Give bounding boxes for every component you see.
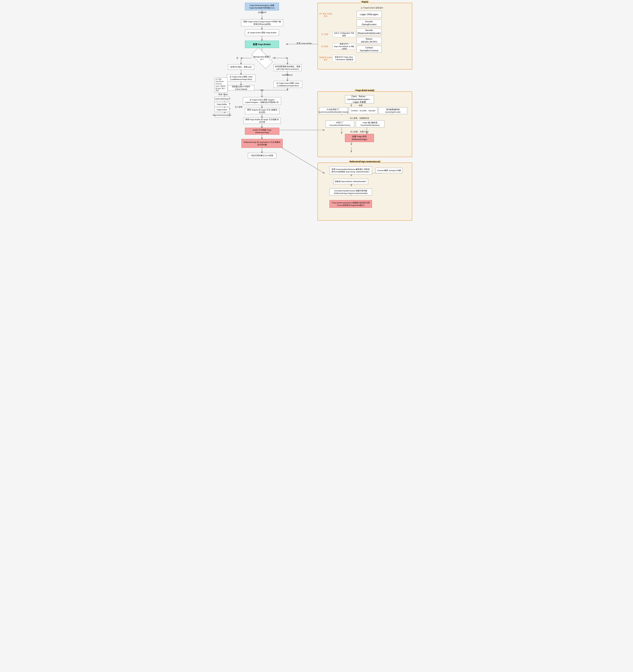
feign-level1-label: 第一配置 优先级最低 <box>319 13 333 17</box>
config-builder-box: 配置 Feign.Builder <box>245 41 279 48</box>
fetch-builder-box: 从 FeignContext 获取 Feign.Builder <box>245 29 279 36</box>
call-build-target-box: 调用 Feign.Builder 的 target 方法创建 动态代理 <box>243 118 281 124</box>
feign-panel: feign() 从 FeignContext 获取组件 Logger (Slf4… <box>317 3 412 69</box>
feign-context-small-box: FeignContext <box>214 107 229 112</box>
feign-contract-box: Contract (SpringMvcContract) <box>357 46 382 53</box>
ni-proxy-box: Proxy.newProxyInstance 创建接口的动态代理 (Proxy … <box>330 200 372 208</box>
feign-panel-title: feign() <box>360 0 369 3</box>
build-params-box: Client、Retryer、 List<RequestInterceptor>… <box>345 95 374 103</box>
feign-retryer-box: Retryer (NEVER_RETRY) <box>357 37 382 44</box>
build-feign-parser-box: Feign 接口解析器 ParseHandlersByName <box>356 120 384 127</box>
feign-level3-label: 第三配置 <box>319 45 331 48</box>
construct-target-label: 构造 Target <box>216 93 230 96</box>
build-create-label: 创建 <box>356 104 365 107</box>
build-create-feign-box: 创建 Feign 组件 (ReflectiveFeign) <box>345 134 374 142</box>
canvas: feign() 从 FeignContext 获取组件 Logger (Slf4… <box>214 0 419 224</box>
feign-encoder-box: Encoder (SpringEncoder) <box>357 20 382 26</box>
ni-convert-box: 转换成 Map<Method, MethodHandler> <box>333 179 368 184</box>
build-pass-params-label: 传入参数，创建解析器 <box>343 117 376 120</box>
build-pass-create-label: 传入参数，创建Feign <box>343 130 376 133</box>
feign-get-components-label: 从 FeignContext 获取组件 <box>357 6 388 9</box>
handle-url-box: 处理URL地址，拼接 path <box>228 64 254 70</box>
diamond-url-label: @FeignClient 配置了 url？ <box>252 53 272 63</box>
newinstance-panel: ReflectiveFeign.newInstance() 使用 ParseHa… <box>317 163 412 221</box>
pass-params-label: 传入参数 <box>235 106 243 109</box>
ni-contract-box: Contract 解析 springmvc注解 <box>375 168 403 173</box>
new-instance-box: ReflectiveFeign 的 newInstance 方法 构建动态代理对… <box>241 139 283 148</box>
build-query-encoder-box: 查询参数编码器 QueryMapEncoder <box>379 107 407 114</box>
load-balance-label: loadBalance <box>282 74 293 76</box>
feign-builder-small-box: Feign.Builder <box>214 102 229 106</box>
feign-context-box: 获取 FeignContext (FeignContext 中有每个服务独立的S… <box>241 19 283 26</box>
build-panel-title: Feign.Build build() <box>355 89 375 92</box>
get-http-box: 得到默认的HTTP组件 (Client.Default) <box>228 85 254 91</box>
ni-parse-box: 使用 ParseHandlersByName 解析接口 得到名称与方法的映射 M… <box>330 166 372 174</box>
newinstance-panel-title: ReflectiveFeign.newInstance() <box>348 160 381 163</box>
build-panel: Feign.Build build() Client、Retryer、 List… <box>317 91 412 157</box>
feign-level2-desc: 自定义 Configuration 中的配置 <box>333 32 356 37</box>
no-label: 否 <box>273 57 275 59</box>
factory-bean-small-box: FeignClientFactoryBean <box>214 113 229 117</box>
fetch-targeter-box: 从 FeignContext 获取 Targeter (HystrixTarge… <box>243 97 281 105</box>
feign-level4-desc: 配置文件中 feign.client. <clientName> 服务配置 <box>333 55 356 62</box>
build-proxy-factory-box: 代理工厂 InvocationHandlerFactory <box>325 120 354 127</box>
feign-logger-box: Logger (Slf4jLogger) <box>357 11 382 18</box>
fetch-client-url-box: 从 FeignContext 获取 Client (LoadBalancerFe… <box>227 74 255 81</box>
build-method-factory-box: 方法处理器工厂 SynchronousMethodHandler.Factory <box>319 107 348 114</box>
ni-invocation-box: InvocationHandlerFactory 创建代理对象 (Reflect… <box>330 189 372 195</box>
build-contract-encoder-box: Contract、Encoder、Decoder <box>349 107 378 114</box>
call-target-box: 调用 Targeter 的 target 方法 (创建动态代理) <box>245 108 279 114</box>
feign-level2-label: 第二配置 <box>319 33 331 35</box>
diamond-url-wrap: @FeignClient 配置了 url？ <box>252 53 272 63</box>
hard-coded-box: HardCodedTarget <box>214 97 229 101</box>
feign-level4-label: 第四配置 优先级最高 <box>319 56 332 61</box>
get-object-label: getObject <box>257 11 268 13</box>
config-feign-builder-label: 配置 Feign.Builder <box>290 42 318 45</box>
factory-bean-box: FeignClientFactoryBean (创建FeignClient动态代… <box>245 3 279 10</box>
handle-service-box: 处理成带服务名的地址，拼接 path (http://demo-producer… <box>273 64 301 71</box>
yes-label: 是 <box>237 57 238 59</box>
feign-level3-desc: 配置文件中 feign.client.default 全 局默认配置 <box>333 43 356 50</box>
build-feign-box: build() 方法构建 Feign (ReflectiveFeign) <box>245 128 279 135</box>
info-box: url: 地址 http://demo-producer name: 服务名称 … <box>214 77 227 93</box>
inject-ioc-box: 动态代理对象注入IoC容器 <box>248 153 276 158</box>
feign-decoder-box: Decoder (ResponseEntityDecoder) <box>357 28 382 35</box>
fetch-client-lb-box: 从 FeignContext 获取 Client (LoadBalancerFe… <box>273 81 302 88</box>
